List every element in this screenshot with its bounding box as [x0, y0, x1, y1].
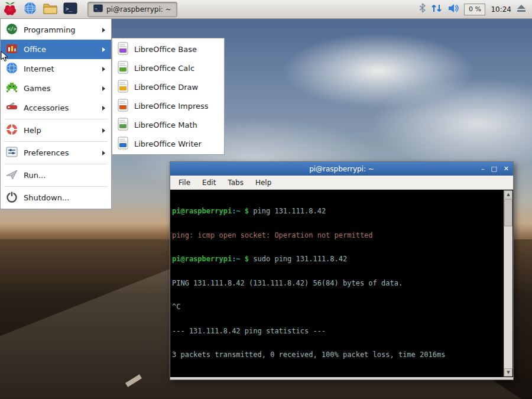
terminal-line: PING 131.111.8.42 (131.111.8.42) 56(84) …: [172, 280, 503, 288]
application-menu: </> Programming Office Internet: [0, 19, 112, 209]
maximize-button[interactable]: □: [491, 166, 497, 172]
output-text: PING 131.111.8.42 (131.111.8.42) 56(84) …: [172, 279, 403, 287]
submenu-item-libreoffice-draw[interactable]: LibreOffice Draw: [112, 77, 224, 96]
terminal-line: 3 packets transmitted, 0 received, 100% …: [172, 351, 503, 359]
menu-item-preferences[interactable]: Preferences: [1, 143, 111, 163]
menu-item-help[interactable]: Help: [1, 121, 111, 140]
volume-icon[interactable]: [448, 4, 459, 15]
folder-icon: [43, 2, 57, 17]
scrollbar-up-arrow-icon[interactable]: ▲: [504, 190, 512, 199]
cpu-usage-label: 0 %: [469, 5, 481, 13]
terminal-icon: >_: [93, 4, 103, 14]
lifebuoy-icon: [5, 123, 18, 138]
menu-item-programming[interactable]: </> Programming: [1, 20, 111, 40]
submenu-item-label: LibreOffice Calc: [134, 64, 194, 73]
window-bottom-frame: [170, 377, 513, 379]
terminal-viewport[interactable]: pi@raspberrypi:~ $ ping 131.111.8.42 pin…: [170, 190, 513, 377]
submenu-item-label: LibreOffice Math: [134, 121, 197, 129]
space-invader-icon: [5, 81, 18, 96]
submenu-arrow-icon: [102, 47, 105, 52]
close-button[interactable]: ✕: [504, 166, 509, 172]
libreoffice-math-icon: [117, 118, 129, 132]
window-titlebar[interactable]: pi@raspberrypi: ~ – □ ✕: [170, 162, 513, 176]
submenu-arrow-icon: [102, 128, 105, 133]
file-manager-button[interactable]: [41, 1, 59, 18]
minimize-button[interactable]: –: [481, 166, 485, 172]
submenu-item-libreoffice-impress[interactable]: LibreOffice Impress: [112, 96, 224, 115]
terminal-launcher-button[interactable]: >_: [61, 1, 79, 18]
menu-item-run[interactable]: Run...: [1, 166, 111, 185]
taskbar: >_ >_ pi@raspberrypi: ~: [0, 0, 532, 19]
output-text: ^C: [172, 303, 180, 311]
utility-knife-icon: [5, 100, 18, 115]
submenu-item-libreoffice-math[interactable]: LibreOffice Math: [112, 115, 224, 134]
submenu-item-libreoffice-base[interactable]: LibreOffice Base: [112, 40, 224, 59]
prompt-path: :~: [232, 255, 240, 263]
scrollbar-thumb[interactable]: [504, 199, 512, 226]
terminal-window: pi@raspberrypi: ~ – □ ✕ File Edit Tabs H…: [170, 161, 514, 380]
programming-icon: </>: [5, 22, 18, 37]
menu-tabs[interactable]: Tabs: [222, 179, 249, 187]
libreoffice-impress-icon: [117, 99, 129, 113]
submenu-item-label: LibreOffice Writer: [134, 140, 202, 148]
menu-separator: [4, 119, 108, 119]
web-browser-button[interactable]: [21, 1, 39, 18]
raspberry-icon: [4, 1, 17, 18]
submenu-item-libreoffice-writer[interactable]: LibreOffice Writer: [112, 134, 224, 153]
submenu-item-label: LibreOffice Base: [134, 45, 197, 54]
menu-item-accessories[interactable]: Accessories: [1, 98, 111, 118]
output-text: 3 packets transmitted, 0 received, 100% …: [172, 351, 445, 359]
menu-separator: [4, 141, 108, 142]
terminal-line: pi@raspberrypi:~ $ ping 131.111.8.42: [172, 207, 503, 216]
menu-item-office[interactable]: Office: [1, 40, 111, 59]
clock[interactable]: 10:24: [491, 5, 511, 14]
menu-item-games[interactable]: Games: [1, 79, 111, 98]
terminal-icon: >_: [63, 2, 77, 17]
menu-item-label: Help: [24, 126, 97, 135]
taskbar-task-terminal[interactable]: >_ pi@raspberrypi: ~: [87, 2, 177, 17]
settings-sliders-icon: [5, 145, 18, 160]
svg-text:>_: >_: [95, 7, 100, 11]
terminal-line: ping: icmp open socket: Operation not pe…: [172, 232, 503, 240]
libreoffice-calc-icon: [117, 61, 129, 76]
paper-plane-icon: [5, 168, 18, 183]
office-submenu: LibreOffice Base LibreOffice Calc LibreO…: [112, 38, 225, 155]
libreoffice-base-icon: [117, 42, 129, 57]
menu-item-label: Run...: [24, 171, 105, 180]
svg-text:>_: >_: [66, 6, 72, 12]
terminal-scrollbar[interactable]: ▲ ▼: [504, 190, 512, 377]
power-icon: [5, 190, 18, 205]
submenu-arrow-icon: [102, 151, 105, 155]
terminal-line: --- 131.111.8.42 ping statistics ---: [172, 327, 503, 336]
output-text: ping: icmp open socket: Operation not pe…: [172, 231, 373, 239]
command-text: sudo ping 131.111.8.42: [253, 255, 347, 263]
task-button-label: pi@raspberrypi: ~: [106, 5, 171, 14]
submenu-item-label: LibreOffice Impress: [134, 102, 209, 111]
libreoffice-draw-icon: [117, 80, 129, 95]
libreoffice-writer-icon: [117, 137, 129, 151]
scrollbar-down-arrow-icon[interactable]: ▼: [504, 368, 512, 377]
cpu-monitor[interactable]: 0 %: [464, 4, 485, 15]
submenu-item-label: LibreOffice Draw: [134, 83, 198, 92]
terminal-menubar: File Edit Tabs Help: [170, 176, 513, 190]
network-traffic-icon[interactable]: [431, 4, 443, 15]
eject-icon[interactable]: [517, 4, 526, 15]
menu-item-internet[interactable]: Internet: [1, 59, 111, 79]
menu-launcher-button[interactable]: [1, 1, 19, 18]
submenu-item-libreoffice-calc[interactable]: LibreOffice Calc: [112, 59, 224, 77]
menu-help[interactable]: Help: [249, 179, 277, 187]
terminal-output: pi@raspberrypi:~ $ ping 131.111.8.42 pin…: [172, 192, 503, 376]
menu-separator: [4, 186, 108, 187]
prompt-dollar: $: [241, 207, 254, 215]
menu-edit[interactable]: Edit: [196, 179, 222, 187]
terminal-line: pi@raspberrypi:~ $ sudo ping 131.111.8.4…: [172, 255, 503, 264]
bluetooth-icon[interactable]: [419, 3, 426, 15]
menu-item-shutdown[interactable]: Shutdown...: [1, 188, 111, 207]
submenu-arrow-icon: [102, 28, 105, 33]
menu-file[interactable]: File: [173, 179, 196, 187]
menu-item-label: Accessories: [24, 103, 97, 112]
submenu-arrow-icon: [102, 86, 105, 91]
output-text: --- 131.111.8.42 ping statistics ---: [172, 327, 326, 335]
prompt-user: pi@raspberrypi: [172, 255, 232, 263]
submenu-arrow-icon: [102, 67, 105, 72]
